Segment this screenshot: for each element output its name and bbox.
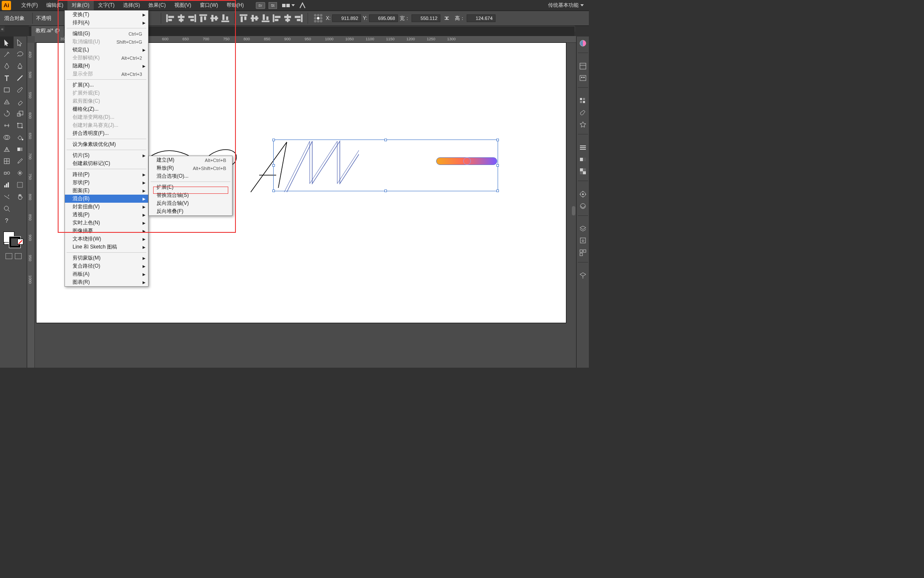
menu-文件[interactable]: 文件(F): [17, 0, 42, 11]
handle-icon[interactable]: [384, 190, 387, 192]
menu-item[interactable]: 变换(T)▶: [65, 11, 148, 19]
gpu-icon[interactable]: [299, 2, 306, 9]
curvature-tool[interactable]: [14, 60, 27, 72]
distribute-r-button[interactable]: [294, 14, 303, 23]
handle-icon[interactable]: [496, 139, 499, 141]
swatches-panel-icon[interactable]: [579, 97, 587, 105]
h-field[interactable]: 124.674: [467, 14, 496, 22]
gradient-panel-icon[interactable]: [579, 155, 587, 164]
x-field[interactable]: 911.892: [332, 14, 361, 22]
layers-panel-icon[interactable]: [579, 225, 587, 233]
link-wh-icon[interactable]: [443, 15, 451, 21]
artboard-tool[interactable]: [14, 179, 27, 191]
live-paint-tool[interactable]: [14, 131, 27, 143]
column-graph-tool[interactable]: [0, 179, 14, 191]
zoom-tool[interactable]: [0, 203, 14, 215]
menu-item[interactable]: 路径(P)▶: [65, 170, 148, 179]
submenu-item[interactable]: 反向堆叠(F): [149, 207, 232, 215]
distribute-hc-button[interactable]: [283, 14, 292, 23]
arrange-documents[interactable]: [282, 4, 295, 7]
slice-tool[interactable]: [0, 191, 14, 203]
menu-item[interactable]: 扩展(X)...: [65, 81, 148, 89]
direct-selection-tool[interactable]: [14, 36, 27, 48]
menu-item[interactable]: 封套扭曲(V)▶: [65, 203, 148, 211]
handle-icon[interactable]: [272, 139, 275, 141]
menu-item[interactable]: 形状(P)▶: [65, 179, 148, 187]
gradient-tool[interactable]: [14, 143, 27, 155]
blend-tool[interactable]: [0, 167, 14, 179]
handle-icon[interactable]: [272, 190, 275, 192]
expand-left-icon[interactable]: «: [0, 26, 5, 32]
screen-mode-row[interactable]: [0, 252, 27, 260]
properties-panel-icon[interactable]: [579, 62, 587, 70]
links-panel-icon[interactable]: [579, 271, 587, 280]
align-hc-button[interactable]: [176, 14, 186, 23]
document-tab[interactable]: 教程.ai* @: [31, 25, 64, 36]
reference-point[interactable]: [314, 14, 322, 22]
y-field[interactable]: 695.068: [369, 14, 398, 22]
menu-item[interactable]: Line 和 Sketch 图稿▶: [65, 243, 148, 251]
rectangle-tool[interactable]: [0, 84, 14, 96]
transparency-panel-icon[interactable]: [579, 167, 587, 176]
panel-resize-handle[interactable]: [572, 206, 575, 215]
menu-item[interactable]: 画板(A)▶: [65, 270, 148, 278]
distribute-l-button[interactable]: [272, 14, 281, 23]
rotate-tool[interactable]: [0, 108, 14, 120]
menu-item[interactable]: 排列(A)▶: [65, 19, 148, 27]
menu-编辑[interactable]: 编辑(E): [42, 0, 67, 11]
menu-item[interactable]: 图案(E)▶: [65, 187, 148, 195]
submenu-item[interactable]: 替换混合轴(S): [149, 191, 232, 199]
align-r-button[interactable]: [188, 14, 197, 23]
distribute-t-button[interactable]: [239, 14, 248, 23]
libraries-panel-icon[interactable]: [579, 74, 587, 82]
menu-item[interactable]: 混合(B)▶: [65, 195, 148, 203]
selection-tool[interactable]: [0, 36, 14, 48]
align-vc-button[interactable]: [210, 14, 219, 23]
align-b-button[interactable]: [221, 14, 230, 23]
submenu-item[interactable]: 反向混合轴(V): [149, 199, 232, 207]
stroke-panel-icon[interactable]: [579, 143, 587, 152]
menu-效果[interactable]: 效果(C): [144, 0, 170, 11]
submenu-item[interactable]: 扩展(E): [149, 183, 232, 191]
brushes-panel-icon[interactable]: [579, 109, 587, 117]
align-l-button[interactable]: [165, 14, 175, 23]
menu-item[interactable]: 栅格化(Z)...: [65, 105, 148, 113]
menu-文字[interactable]: 文字(T): [94, 0, 119, 11]
submenu-item[interactable]: 释放(R)Alt+Shift+Ctrl+B: [149, 164, 232, 172]
shaper-tool[interactable]: [0, 96, 14, 108]
workspace-switcher[interactable]: 传统基本功能: [548, 2, 584, 9]
opacity-label[interactable]: 不透明: [36, 15, 51, 22]
menu-视图[interactable]: 视图(V): [170, 0, 196, 11]
menu-item[interactable]: 锁定(L)▶: [65, 46, 148, 54]
menu-对象[interactable]: 对象(O): [67, 0, 93, 11]
align-t-button[interactable]: [199, 14, 208, 23]
perspective-grid-tool[interactable]: [0, 143, 14, 155]
lasso-tool[interactable]: [14, 48, 27, 60]
eraser-tool[interactable]: [14, 96, 27, 108]
type-tool[interactable]: [0, 72, 14, 84]
menu-item[interactable]: 设为像素级优化(M): [65, 140, 148, 148]
menu-item[interactable]: 透视(P)▶: [65, 211, 148, 219]
menu-item[interactable]: 拼合透明度(F)...: [65, 129, 148, 137]
handle-icon[interactable]: [496, 190, 499, 192]
appearance-panel-icon[interactable]: [579, 190, 587, 198]
graphic-styles-panel-icon[interactable]: [579, 202, 587, 210]
submenu-item[interactable]: 混合选项(O)...: [149, 172, 232, 180]
menu-item[interactable]: 图表(R)▶: [65, 278, 148, 286]
menu-item[interactable]: 复合路径(O)▶: [65, 262, 148, 270]
symbol-sprayer-tool[interactable]: [14, 167, 27, 179]
menu-item[interactable]: 图像描摹▶: [65, 227, 148, 235]
handle-icon[interactable]: [496, 164, 499, 167]
magic-wand-tool[interactable]: [0, 48, 14, 60]
width-tool[interactable]: [0, 120, 14, 131]
menu-item[interactable]: 文本绕排(W)▶: [65, 235, 148, 243]
line-tool[interactable]: [14, 72, 27, 84]
menu-item[interactable]: 隐藏(H)▶: [65, 62, 148, 70]
handle-icon[interactable]: [272, 164, 275, 167]
menu-item[interactable]: 创建裁切标记(C): [65, 159, 148, 168]
submenu-item[interactable]: 建立(M)Alt+Ctrl+B: [149, 156, 232, 164]
symbols-panel-icon[interactable]: [579, 120, 587, 129]
menu-item[interactable]: 编组(G)Ctrl+G: [65, 30, 148, 38]
scale-tool[interactable]: [14, 108, 27, 120]
color-panel-icon[interactable]: [579, 39, 587, 47]
